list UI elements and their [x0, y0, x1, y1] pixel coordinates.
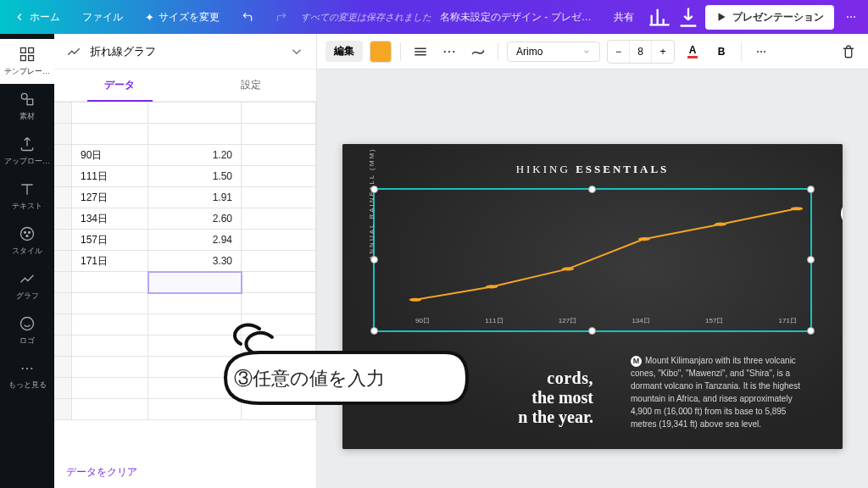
table-row: 90日1.20 [54, 145, 316, 166]
svg-point-8 [25, 231, 26, 233]
canvas-stage: 編集 Arimo −8+ A B ⋯ HIKING ESSENTIALS ANN… [317, 34, 868, 488]
edit-chart-button[interactable]: 編集 [326, 41, 363, 62]
svg-rect-3 [21, 56, 26, 61]
rail-graph[interactable]: グラフ [0, 263, 54, 308]
y-axis-label: ANNUAL RAINFALL (MM) [368, 147, 376, 260]
table-row: 134日2.60 [54, 208, 316, 230]
x-axis-ticks: 90日111日127日134日157日171日 [415, 316, 797, 325]
svg-point-9 [29, 231, 31, 233]
tab-settings[interactable]: 設定 [186, 69, 317, 101]
chart-selection[interactable]: ANNUAL RAINFALL (MM) 90日111日127日134日157日… [373, 188, 812, 332]
analytics-icon[interactable] [648, 5, 671, 29]
text-color-button[interactable]: A [682, 41, 704, 63]
rail-text[interactable]: テキスト [0, 174, 54, 219]
font-select[interactable]: Arimo [507, 42, 600, 62]
chart-plot [415, 200, 797, 308]
home-button[interactable]: ホーム [5, 5, 69, 30]
tab-data[interactable]: データ [54, 69, 186, 101]
table-row-active [54, 272, 316, 293]
download-icon[interactable] [676, 5, 700, 29]
top-bar: ホーム ファイル ✦サイズを変更 すべての変更は保存されました 名称未設定のデザ… [0, 0, 868, 34]
svg-rect-2 [29, 48, 34, 53]
resize-button[interactable]: ✦サイズを変更 [136, 5, 228, 30]
line-weight-icon[interactable] [409, 41, 431, 63]
rail-templates[interactable]: テンプレー… [0, 39, 54, 84]
rail-uploads[interactable]: アップロー… [0, 129, 54, 174]
chevron-down-icon[interactable] [289, 44, 304, 59]
table-row: 127日1.91 [54, 187, 316, 208]
share-button[interactable]: 共有 [605, 5, 643, 30]
panel-title: 折れ線グラフ [90, 44, 281, 59]
font-size-stepper[interactable]: −8+ [607, 40, 675, 64]
clear-data-link[interactable]: データをクリア [54, 457, 316, 488]
more-menu-icon[interactable]: ⋯ [839, 5, 863, 29]
autosave-status: すべての変更は保存されました [301, 11, 431, 24]
line-chart-icon [66, 44, 81, 59]
data-panel: 折れ線グラフ データ 設定 90日1.20 111日1.50 127日1.91 … [54, 34, 317, 488]
svg-point-19 [715, 223, 726, 226]
curve-style-icon[interactable] [467, 41, 489, 63]
table-row: 111日1.50 [54, 166, 316, 187]
left-rail: テンプレー… 素材 アップロー… テキスト スタイル グラフ ロゴ ⋯もっと見る [0, 34, 54, 488]
svg-point-15 [409, 298, 421, 302]
annotation-bubble: ③任意の値を入力 [200, 319, 471, 412]
svg-point-5 [21, 93, 27, 99]
svg-marker-0 [719, 13, 726, 20]
rail-style[interactable]: スタイル [0, 219, 54, 263]
slide-description: MMount Kilimanjaro with its three volcan… [631, 354, 812, 430]
slide-title: HIKING ESSENTIALS [342, 163, 843, 176]
svg-point-10 [26, 236, 28, 237]
rail-elements[interactable]: 素材 [0, 84, 54, 129]
svg-rect-4 [29, 56, 34, 61]
svg-point-12 [444, 50, 446, 52]
context-toolbar: 編集 Arimo −8+ A B ⋯ [317, 34, 868, 69]
series-color-chip[interactable] [370, 41, 392, 63]
svg-point-7 [21, 228, 34, 241]
bold-button[interactable]: B [710, 41, 732, 63]
rotate-handle-icon[interactable] [841, 200, 843, 227]
document-title[interactable]: 名称未設定のデザイン - プレゼ… [440, 10, 592, 25]
svg-point-20 [791, 207, 803, 210]
svg-point-17 [562, 267, 574, 270]
redo-button[interactable] [267, 6, 296, 28]
delete-icon[interactable] [837, 41, 860, 63]
table-row: 171日3.30 [54, 251, 316, 272]
undo-button[interactable] [233, 6, 262, 28]
svg-point-13 [448, 50, 450, 52]
svg-rect-6 [27, 99, 33, 105]
svg-rect-1 [21, 48, 26, 53]
file-menu[interactable]: ファイル [74, 5, 131, 30]
more-options-icon[interactable]: ⋯ [750, 41, 772, 63]
svg-point-14 [453, 50, 454, 52]
table-row: 157日2.94 [54, 230, 316, 251]
svg-point-11 [21, 318, 34, 330]
svg-point-16 [486, 285, 498, 288]
rail-more[interactable]: ⋯もっと見る [0, 353, 54, 397]
line-style-icon[interactable] [438, 41, 460, 63]
svg-point-18 [638, 237, 650, 241]
rail-logo[interactable]: ロゴ [0, 308, 54, 353]
present-button[interactable]: プレゼンテーション [705, 5, 834, 30]
